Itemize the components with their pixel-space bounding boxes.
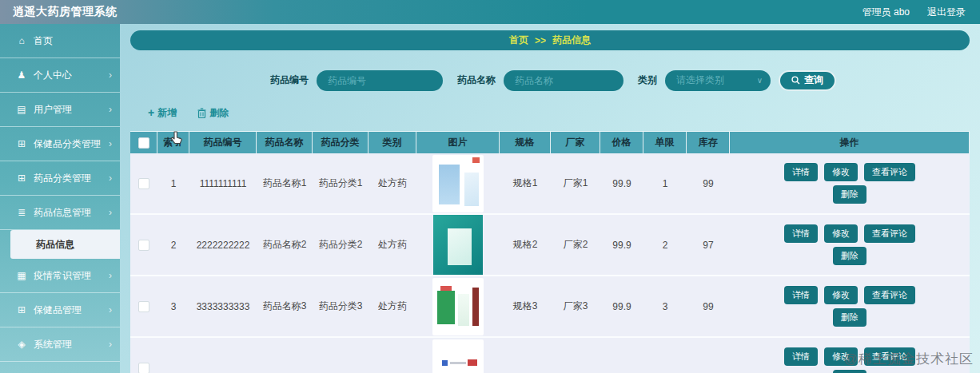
sidebar-item-label: 疫情常识管理 [34,269,109,283]
sidebar-item[interactable]: ▤ 用户管理 [0,93,120,127]
query-button[interactable]: 查询 [779,70,836,91]
cell-type: 处方药 [368,276,416,336]
sidebar-subitem-drug-info[interactable]: 药品信息 [10,230,120,259]
delete-button[interactable]: 删除 [833,308,866,327]
delete-button[interactable]: 删除 [833,185,866,204]
detail-button[interactable]: 详情 [784,347,818,366]
cell-drug-name: 药品名称3 [257,276,313,336]
column-header: 单限 [643,132,687,153]
sidebar-item[interactable]: ⌂ 首页 [0,24,120,58]
breadcrumb-home-link[interactable]: 首页 [509,34,528,47]
grid-icon: ⊞ [14,173,29,184]
user-icon: ♟ [14,69,29,81]
plus-icon: + [148,106,154,119]
table-row: 1 1111111111 药品名称1 药品分类1 处方药 规格1 厂家1 99.… [130,153,970,215]
row-checkbox[interactable] [138,240,149,251]
chevron-right-icon [109,69,112,81]
detail-button[interactable]: 详情 [784,286,818,304]
cell-limit: 3 [643,276,687,336]
cell-index: 1 [157,153,189,213]
sidebar-item[interactable]: ◈ 系统管理 [0,327,120,362]
row-checkbox[interactable] [138,178,149,189]
delete-button[interactable]: 删除 [833,370,866,373]
cell-limit: 2 [643,215,687,275]
sidebar-item[interactable]: ⊞ 保健品管理 [0,293,120,327]
top-bar: 逍遥大药房管理系统 管理员 abo 退出登录 [0,0,980,24]
chevron-right-icon [109,104,112,115]
drug-code-input[interactable] [317,70,443,91]
add-button[interactable]: + 新增 [148,106,177,120]
column-header: 价格 [600,132,643,153]
card-icon: ▤ [14,104,29,115]
select-all-checkbox[interactable] [138,137,149,149]
grid-icon: ⊞ [14,138,29,149]
sidebar-item-label: 个人中心 [34,69,109,82]
detail-button[interactable]: 详情 [784,224,818,243]
sidebar-item-label: 保健品管理 [34,304,109,317]
sidebar-item-label: 药品分类管理 [34,172,109,185]
sidebar-item[interactable]: ≣ 药品信息管理 [0,196,120,230]
column-header: 图片 [416,132,500,153]
cell-drug-category: 药品分类1 [313,153,368,213]
sidebar-item-label: 用户管理 [34,103,109,117]
home-icon: ⌂ [14,35,29,46]
shield-icon: ◈ [14,339,29,350]
edit-button[interactable]: 修改 [824,286,858,304]
column-header: 药品分类 [313,132,368,153]
delete-button[interactable]: 删除 [833,247,866,265]
view-comments-button[interactable]: 查看评论 [864,163,915,181]
sidebar-submenu: 药品信息 [0,230,120,259]
row-checkbox[interactable] [138,301,149,312]
sidebar-item[interactable]: ⊞ 订单管理 [0,362,120,373]
cell-actions: 详情 修改 查看评论 删除 [730,153,970,213]
list-icon: ≣ [14,207,29,218]
product-image [433,215,483,275]
category-select-placeholder: 请选择类别 [676,73,724,87]
column-header: 药品名称 [257,132,313,153]
cell-spec [500,338,551,373]
sidebar-item-label: 系统管理 [34,338,109,351]
cell-index [157,338,189,373]
view-comments-button[interactable]: 查看评论 [864,286,915,304]
cell-drug-name: 药品名称1 [257,153,313,213]
category-select[interactable]: 请选择类别 ∨ [665,70,771,91]
sidebar-item[interactable]: ♟ 个人中心 [0,58,120,93]
chevron-right-icon [109,270,112,281]
cell-factory: 厂家3 [551,276,600,336]
sidebar-item[interactable]: ⊞ 药品分类管理 [0,161,120,196]
sidebar-item-wrap: ◈ 系统管理 [0,327,120,362]
logout-link[interactable]: 退出登录 [927,6,966,19]
product-image [432,155,484,212]
cell-type: 处方药 [368,215,416,275]
cell-factory [551,338,600,373]
sidebar-item-label: 首页 [34,34,112,48]
batch-delete-button[interactable]: 删除 [197,106,229,120]
product-image [432,339,484,373]
column-header: 索引 [157,132,189,153]
row-checkbox[interactable] [138,363,149,373]
sidebar-item[interactable]: ▦ 疫情常识管理 [0,259,120,293]
sidebar-item[interactable]: ⊞ 保健品分类管理 [0,127,120,161]
search-form: 药品编号 药品名称 类别 请选择类别 ∨ 查询 [120,69,980,91]
edit-button[interactable]: 修改 [824,163,858,181]
view-comments-button[interactable]: 查看评论 [864,224,915,243]
sidebar: ⌂ 首页 ♟ 个人中心 [0,24,120,373]
edit-button[interactable]: 修改 [824,224,858,243]
column-header: 操作 [730,132,970,153]
detail-button[interactable]: 详情 [784,163,818,181]
drug-name-input[interactable] [504,70,623,91]
chevron-right-icon [109,207,112,218]
drug-code-label: 药品编号 [270,73,309,87]
sidebar-item-label: 保健品分类管理 [34,137,109,151]
cell-drug-category: 药品分类3 [313,276,368,336]
cell-drug-name [257,338,313,373]
app-title: 逍遥大药房管理系统 [13,5,118,19]
product-image [432,278,484,335]
chevron-right-icon [109,138,112,149]
cell-drug-code: 1111111111 [189,153,257,213]
cell-limit [643,338,687,373]
sidebar-item-wrap: ⊞ 药品分类管理 [0,161,120,196]
cell-drug-category: 药品分类2 [313,215,368,275]
cell-spec: 规格2 [500,215,551,275]
column-header: 药品编号 [189,132,257,153]
